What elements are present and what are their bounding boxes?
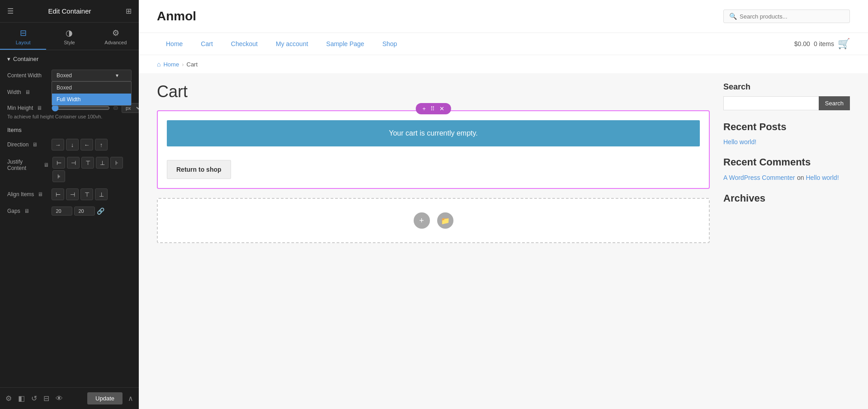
nav-shop[interactable]: Shop [373,33,406,55]
align-stretch-btn[interactable]: ⊥ [95,188,108,200]
dir-up-btn[interactable]: ↑ [95,139,108,150]
tab-advanced-label: Advanced [104,40,127,45]
gap2-input[interactable] [74,207,95,216]
nav-checkout[interactable]: Checkout [222,33,267,55]
tab-advanced[interactable]: ⚙ Advanced [93,23,139,50]
sidebar-search-button[interactable]: Search [819,96,850,110]
monitor-icon-3: 🖥 [32,141,38,148]
align-start-btn[interactable]: ⊢ [52,188,64,200]
align-items-row: Align Items 🖥 ⊢ ⊣ ⊤ ⊥ [7,188,132,200]
items-section-label: Items [7,127,132,133]
justify-center-btn[interactable]: ⊣ [67,157,80,169]
width-label: Width 🖥 [7,89,48,95]
add-template-btn[interactable]: 📁 [437,212,453,229]
container-section-header[interactable]: ▾ Container [7,56,132,62]
hamburger-icon[interactable]: ☰ [7,7,14,15]
nav-home[interactable]: Home [157,33,192,55]
gap1-input[interactable] [52,207,72,216]
nav-links: Home Cart Checkout My account Sample Pag… [157,33,406,55]
archives-section: Archives [723,193,850,204]
bottom-icons: ⚙ ◧ ↺ ⊟ 👁 [5,394,63,403]
content-width-dropdown[interactable]: Boxed ▾ Boxed Full Width [52,70,132,81]
add-element-btn[interactable]: + [414,212,430,229]
monitor-icon-5: 🖥 [38,191,43,197]
gap-link-icon[interactable]: 🔗 [97,207,104,215]
responsive-icon[interactable]: ⊟ [43,394,49,403]
cart-info: $0.00 0 items 🛒 [794,38,850,50]
dir-right-btn[interactable]: → [52,139,64,150]
eye-icon[interactable]: 👁 [56,395,63,403]
content-width-label: Content Width [7,72,48,79]
align-center-btn[interactable]: ⊣ [66,188,79,200]
direction-buttons: → ↓ ← ↑ [52,139,108,150]
return-to-shop-button[interactable]: Return to shop [167,160,231,179]
justify-space-evenly-btn[interactable]: ⊧ [52,170,65,182]
recent-post-hello-world[interactable]: Hello world! [723,138,850,146]
page-sidebar: Search Search Recent Posts Hello world! … [723,82,850,400]
cart-icon[interactable]: 🛒 [838,38,850,50]
tab-layout[interactable]: ⊟ Layout [0,23,46,50]
min-height-value [113,106,118,110]
history-icon[interactable]: ↺ [31,394,37,403]
nav-my-account[interactable]: My account [267,33,317,55]
min-height-label: Min Height 🖥 [7,105,48,111]
justify-end-btn[interactable]: ⊤ [81,157,94,169]
dropdown-arrow-icon: ▾ [116,72,118,79]
gaps-inputs: 🔗 [52,207,104,216]
recent-comments-title: Recent Comments [723,156,850,168]
header-search-box: 🔍 [723,9,850,23]
content-width-display[interactable]: Boxed ▾ [52,70,132,81]
monitor-icon-4: 🖥 [43,162,49,168]
justify-space-around-btn[interactable]: ⊦ [110,157,123,169]
recent-comments-section: Recent Comments A WordPress Commenter on… [723,156,850,182]
archives-title: Archives [723,193,850,204]
justify-content-label: Justify Content 🖥 [7,157,49,171]
nav-sample-page[interactable]: Sample Page [317,33,373,55]
hint-text: To achieve full height Container use 100… [7,114,132,119]
tab-style[interactable]: ◑ Style [46,23,92,50]
home-icon: ⌂ [157,61,160,68]
comment-on-text: on [797,174,806,181]
update-button[interactable]: Update [87,392,123,404]
content-width-menu: Boxed Full Width [52,81,132,106]
recent-posts-title: Recent Posts [723,121,850,133]
widget-add-btn[interactable]: + [420,104,428,113]
layers-icon[interactable]: ◧ [18,394,25,403]
widget-close-btn[interactable]: ✕ [437,104,447,113]
sidebar-search: Search Search [723,82,850,110]
page-main: Cart + ⠿ ✕ Your cart is currently empty.… [157,82,710,400]
option-boxed[interactable]: Boxed [52,82,131,94]
align-end-btn[interactable]: ⊤ [80,188,93,200]
justify-start-btn[interactable]: ⊢ [52,157,65,169]
panel-tabs: ⊟ Layout ◑ Style ⚙ Advanced [0,23,139,50]
advanced-icon: ⚙ [112,28,119,38]
option-full-width[interactable]: Full Width [52,94,131,105]
settings-icon[interactable]: ⚙ [5,394,12,403]
direction-row: Direction 🖥 → ↓ ← ↑ [7,139,132,150]
collapse-panel-icon[interactable]: ∧ [128,394,133,403]
nav-cart[interactable]: Cart [192,33,222,55]
commenter-link[interactable]: A WordPress Commenter [723,174,795,181]
dashed-container: + 📁 [157,198,710,243]
breadcrumb-current: Cart [187,61,198,68]
breadcrumb-home-link[interactable]: Home [163,61,179,68]
header-search-input[interactable] [740,13,844,20]
widget-drag-btn[interactable]: ⠿ [428,104,437,113]
direction-label: Direction 🖥 [7,141,48,148]
comment-post-link[interactable]: Hello world! [806,174,839,181]
breadcrumb-separator: › [182,61,184,68]
container-section-label: Container [13,56,38,62]
cart-items-count: 0 items [814,40,834,47]
page-body: Cart + ⠿ ✕ Your cart is currently empty.… [139,73,868,409]
sidebar-search-input[interactable] [723,96,819,110]
monitor-icon: 🖥 [25,89,30,95]
left-panel: ☰ Edit Container ⊞ ⊟ Layout ◑ Style ⚙ Ad… [0,0,139,409]
align-items-label: Align Items 🖥 [7,191,48,197]
dir-down-btn[interactable]: ↓ [66,139,79,150]
main-content: Anmol 🔍 Home Cart Checkout My account Sa… [139,0,868,409]
grid-icon[interactable]: ⊞ [126,7,132,15]
cart-amount: $0.00 [794,40,810,47]
dir-left-btn[interactable]: ← [80,139,93,150]
justify-space-between-btn[interactable]: ⊥ [96,157,108,169]
panel-title: Edit Container [48,7,91,15]
